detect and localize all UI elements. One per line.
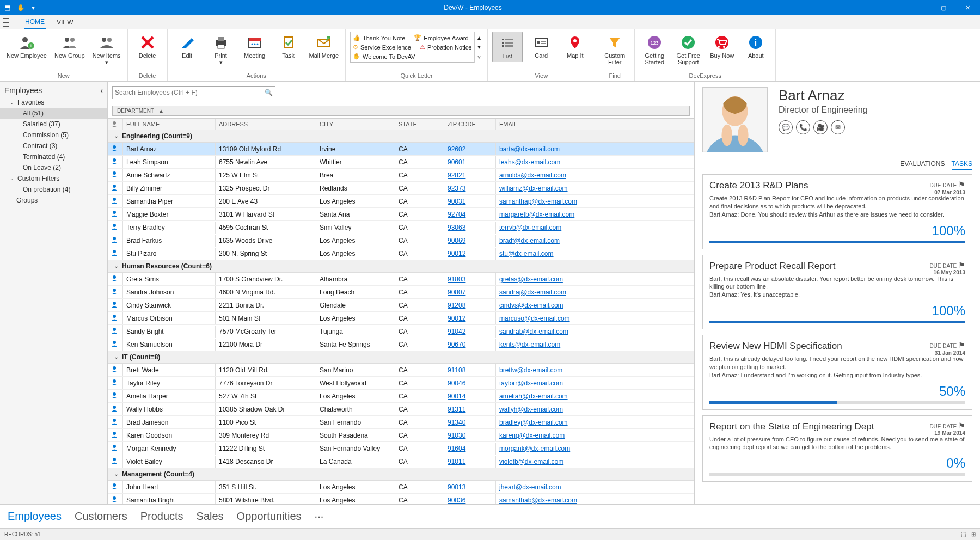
- table-row[interactable]: Sandra Johnson4600 N Virginia Rd.Long Be…: [108, 286, 694, 299]
- task-card[interactable]: DUE DATE ⚑16 May 2013Prepare Product Rec…: [702, 255, 972, 330]
- table-row[interactable]: Bart Arnaz13109 Old Myford RdIrvineCA926…: [108, 143, 694, 156]
- svg-point-55: [113, 392, 116, 396]
- group-row[interactable]: ⌄ Engineering (Count=9): [108, 130, 694, 143]
- status-icon-2[interactable]: ⊞: [971, 531, 976, 537]
- phone-icon[interactable]: 📞: [796, 120, 810, 134]
- col-fullname[interactable]: FULL NAME: [123, 119, 216, 130]
- col-email[interactable]: EMAIL: [496, 119, 694, 130]
- table-row[interactable]: Arnie Schwartz125 W Elm StBreaCA92821arn…: [108, 169, 694, 182]
- table-row[interactable]: Brad Farkus1635 Woods DriveLos AngelesCA…: [108, 234, 694, 247]
- col-address[interactable]: ADDRESS: [216, 119, 316, 130]
- quick-letter-expand[interactable]: ▴▾▿: [474, 32, 483, 63]
- col-zip[interactable]: ZIP CODE: [444, 119, 496, 130]
- table-row[interactable]: Violet Bailey1418 Descanso DrLa CanadaCA…: [108, 455, 694, 468]
- view-card-button[interactable]: Card: [526, 32, 556, 61]
- table-row[interactable]: Terry Bradley4595 Cochran StSimi ValleyC…: [108, 221, 694, 234]
- table-row[interactable]: Wally Hobbs10385 Shadow Oak DrChatsworth…: [108, 403, 694, 416]
- tab-home[interactable]: HOME: [24, 16, 46, 29]
- search-input[interactable]: [115, 89, 265, 96]
- table-row[interactable]: Brad Jameson1100 Pico StSan FernandoCA91…: [108, 416, 694, 429]
- get-free-support-button[interactable]: Get Free Support: [673, 32, 703, 68]
- col-city[interactable]: CITY: [316, 119, 395, 130]
- qat-icon-1[interactable]: ⬒: [4, 4, 10, 11]
- about-button[interactable]: iAbout: [740, 32, 771, 61]
- footer-more[interactable]: ···: [315, 510, 324, 523]
- group-row[interactable]: ⌄ Management (Count=4): [108, 468, 694, 481]
- search-box[interactable]: 🔍: [112, 86, 275, 99]
- table-row[interactable]: John Heart351 S Hill St.Los AngelesCA900…: [108, 481, 694, 494]
- group-row[interactable]: ⌄ Human Resources (Count=6): [108, 260, 694, 273]
- table-row[interactable]: Sandy Bright7570 McGroarty TerTujungaCA9…: [108, 325, 694, 338]
- table-row[interactable]: Billy Zimmer1325 Prospect DrRedlandsCA92…: [108, 182, 694, 195]
- minimize-button[interactable]: ─: [906, 0, 931, 15]
- view-list-button[interactable]: List: [492, 32, 523, 62]
- table-row[interactable]: Brett Wade1120 Old Mill Rd.San MarinoCA9…: [108, 364, 694, 377]
- col-icon[interactable]: [108, 119, 123, 130]
- col-state[interactable]: STATE: [395, 119, 444, 130]
- table-row[interactable]: Amelia Harper527 W 7th StLos AngelesCA90…: [108, 390, 694, 403]
- search-icon[interactable]: 🔍: [265, 89, 273, 96]
- footer-products[interactable]: Products: [140, 510, 183, 523]
- tab-view[interactable]: VIEW: [56, 16, 75, 28]
- table-row[interactable]: Taylor Riley7776 Torreyson DrWest Hollyw…: [108, 377, 694, 390]
- nav-terminated[interactable]: Terminated (4): [0, 151, 107, 162]
- task-card[interactable]: DUE DATE ⚑19 Mar 2014Report on the State…: [702, 415, 972, 482]
- new-group-button[interactable]: New Group: [52, 32, 87, 61]
- table-row[interactable]: Karen Goodson309 Monterey RdSouth Pasade…: [108, 429, 694, 442]
- status-icon-1[interactable]: ⬚: [961, 531, 966, 537]
- task-card[interactable]: DUE DATE ⚑07 Mar 2013Create 2013 R&D Pla…: [702, 174, 972, 249]
- footer-employees[interactable]: Employees: [8, 510, 62, 523]
- mail-merge-button[interactable]: Mail Merge: [307, 32, 341, 61]
- svg-rect-20: [502, 42, 504, 44]
- footer-sales[interactable]: Sales: [197, 510, 224, 523]
- footer-opportunities[interactable]: Opportunities: [237, 510, 302, 523]
- meeting-button[interactable]: Meeting: [240, 32, 270, 61]
- table-row[interactable]: Leah Simpson6755 Newlin AveWhittierCA906…: [108, 156, 694, 169]
- quick-letter-gallery[interactable]: 👍Thank You Note 🏆Employee Award ⚙Service…: [350, 32, 474, 63]
- collapse-nav-icon[interactable]: ‹: [100, 86, 103, 95]
- group-row[interactable]: ⌄ IT (Count=8): [108, 351, 694, 364]
- tab-tasks[interactable]: TASKS: [952, 160, 972, 170]
- buy-now-button[interactable]: Buy Now: [707, 32, 737, 61]
- qat-icon-2[interactable]: ✋: [17, 4, 25, 11]
- chat-icon[interactable]: 💬: [779, 120, 793, 134]
- mail-icon[interactable]: ✉: [831, 120, 845, 134]
- qat-dropdown[interactable]: ▾: [32, 4, 35, 11]
- getting-started-button[interactable]: 123Getting Started: [639, 32, 670, 68]
- hamburger-icon[interactable]: [3, 18, 14, 27]
- task-card[interactable]: DUE DATE ⚑31 Jan 2014Review New HDMI Spe…: [702, 335, 972, 410]
- new-items-button[interactable]: New Items▾: [90, 32, 123, 68]
- nav-custom-filters[interactable]: ⌄Custom Filters: [0, 173, 107, 184]
- close-button[interactable]: ✕: [955, 0, 980, 15]
- table-row[interactable]: Samantha Piper200 E Ave 43Los AngelesCA9…: [108, 195, 694, 208]
- print-button[interactable]: Print▾: [206, 32, 236, 68]
- table-row[interactable]: Greta Sims1700 S Grandview Dr.AlhambraCA…: [108, 273, 694, 286]
- video-icon[interactable]: 🎥: [813, 120, 828, 134]
- nav-favorites[interactable]: ⌄Favorites: [0, 97, 107, 108]
- nav-all[interactable]: All (51): [0, 108, 107, 119]
- maximize-button[interactable]: ▢: [931, 0, 955, 15]
- nav-contract[interactable]: Contract (3): [0, 140, 107, 151]
- svg-rect-23: [505, 45, 513, 47]
- nav-probation[interactable]: On probation (4): [0, 184, 107, 195]
- nav-salaried[interactable]: Salaried (37): [0, 119, 107, 130]
- task-button[interactable]: Task: [273, 32, 304, 61]
- footer-customers[interactable]: Customers: [75, 510, 127, 523]
- table-row[interactable]: Ken Samuelson12100 Mora DrSanta Fe Sprin…: [108, 338, 694, 351]
- table-row[interactable]: Samantha Bright5801 Wilshire Blvd.Los An…: [108, 494, 694, 504]
- nav-groups[interactable]: Groups: [0, 195, 107, 206]
- delete-button[interactable]: Delete: [132, 32, 163, 61]
- table-row[interactable]: Cindy Stanwick2211 Bonita Dr.GlendaleCA9…: [108, 299, 694, 312]
- nav-onleave[interactable]: On Leave (2): [0, 162, 107, 173]
- table-row[interactable]: Marcus Orbison501 N Main StLos AngelesCA…: [108, 312, 694, 325]
- table-row[interactable]: Morgan Kennedy11222 Dilling StSan Fernan…: [108, 442, 694, 455]
- edit-button[interactable]: Edit: [172, 32, 203, 61]
- nav-commission[interactable]: Commission (5): [0, 130, 107, 140]
- new-employee-button[interactable]: +New Employee: [4, 32, 49, 61]
- table-row[interactable]: Maggie Boxter3101 W Harvard StSanta AnaC…: [108, 208, 694, 221]
- tab-evaluations[interactable]: EVALUATIONS: [900, 160, 945, 170]
- custom-filter-button[interactable]: Custom Filter: [599, 32, 630, 68]
- map-it-button[interactable]: Map It: [560, 32, 590, 61]
- group-by-chip[interactable]: DEPARTMENT▲: [112, 106, 690, 116]
- table-row[interactable]: Stu Pizaro200 N. Spring StLos AngelesCA9…: [108, 247, 694, 260]
